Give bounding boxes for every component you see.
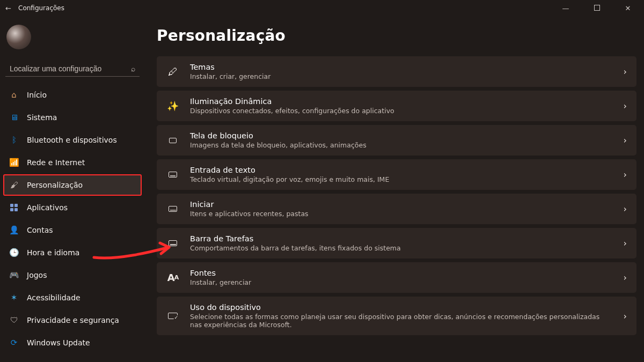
sidebar-item-contas[interactable]: 👤 Contas xyxy=(3,219,142,241)
card-desc: Imagens da tela de bloqueio, aplicativos… xyxy=(190,141,613,149)
search-icon: ⌕ xyxy=(131,64,135,73)
back-button[interactable]: ← xyxy=(5,4,15,12)
update-icon: ⟳ xyxy=(9,337,19,348)
card-iniciar[interactable]: Iniciar Itens e aplicativos recentes, pa… xyxy=(157,194,636,224)
chevron-right-icon: › xyxy=(624,101,627,111)
accessibility-icon: ✶ xyxy=(9,292,19,303)
sidebar-item-personalizacao[interactable]: 🖌 Personalização xyxy=(3,174,142,196)
card-desc: Comportamentos da barra de tarefas, iten… xyxy=(190,244,613,252)
gamepad-icon: 🎮 xyxy=(9,270,19,280)
sidebar-item-acessibilidade[interactable]: ✶ Acessibilidade xyxy=(3,287,142,308)
card-title: Iluminação Dinâmica xyxy=(190,97,613,106)
card-temas[interactable]: 🖊 Temas Instalar, criar, gerenciar › xyxy=(157,56,636,87)
wifi-icon: 📶 xyxy=(9,157,19,168)
main-content: Personalização 🖊 Temas Instalar, criar, … xyxy=(145,16,644,362)
sidebar-item-label: Acessibilidade xyxy=(27,293,80,302)
bluetooth-icon: ᛒ xyxy=(9,135,19,145)
profile-name xyxy=(36,27,138,47)
chevron-right-icon: › xyxy=(624,67,627,77)
keyboard-icon xyxy=(166,168,179,181)
chevron-right-icon: › xyxy=(624,169,627,180)
sidebar-item-label: Hora e idioma xyxy=(27,248,79,257)
chevron-right-icon: › xyxy=(624,135,627,145)
card-title: Tela de bloqueio xyxy=(190,131,613,140)
sidebar-item-rede[interactable]: 📶 Rede e Internet xyxy=(3,152,142,173)
window-title: Configurações xyxy=(18,4,64,12)
close-button[interactable]: ✕ xyxy=(617,4,639,12)
sidebar-item-label: Privacidade e segurança xyxy=(27,316,119,324)
card-desc: Teclado virtual, digitação por voz, emoj… xyxy=(190,175,613,183)
home-icon: ⌂ xyxy=(9,90,19,100)
card-desc: Instalar, criar, gerenciar xyxy=(190,72,613,80)
avatar xyxy=(6,25,31,49)
sidebar-item-sistema[interactable]: 🖥 Sistema xyxy=(3,107,142,128)
sidebar-item-label: Jogos xyxy=(27,271,47,279)
page-title: Personalização xyxy=(157,27,636,45)
card-desc: Selecione todas as formas como planeja u… xyxy=(190,313,613,329)
sidebar-item-jogos[interactable]: 🎮 Jogos xyxy=(3,264,142,286)
sidebar-item-privacidade[interactable]: 🛡 Privacidade e segurança xyxy=(3,309,142,331)
card-desc: Instalar, gerenciar xyxy=(190,278,613,286)
sidebar-item-label: Bluetooth e dispositivos xyxy=(27,136,117,144)
sidebar-nav: ⌂ Início 🖥 Sistema ᛒ Bluetooth e disposi… xyxy=(3,84,142,353)
chevron-right-icon: › xyxy=(624,272,627,283)
fonts-icon: AA xyxy=(166,271,179,284)
sidebar-item-hora[interactable]: 🕒 Hora e idioma xyxy=(3,242,142,263)
apps-icon xyxy=(9,202,19,213)
paintbrush-icon: 🖌 xyxy=(9,180,19,190)
lockscreen-icon xyxy=(166,134,179,147)
card-desc: Dispositivos conectados, efeitos, config… xyxy=(190,107,613,115)
chevron-right-icon: › xyxy=(624,238,627,248)
card-tela-bloqueio[interactable]: Tela de bloqueio Imagens da tela de bloq… xyxy=(157,125,636,156)
card-iluminacao[interactable]: ✨ Iluminação Dinâmica Dispositivos conec… xyxy=(157,91,636,121)
sidebar-item-inicio[interactable]: ⌂ Início xyxy=(3,84,142,106)
card-title: Barra de Tarefas xyxy=(190,234,613,243)
search-input-wrap[interactable]: ⌕ xyxy=(5,61,140,77)
sidebar: ⌕ ⌂ Início 🖥 Sistema ᛒ Bluetooth e dispo… xyxy=(0,16,145,362)
card-uso-dispositivo[interactable]: Uso do dispositivo Selecione todas as fo… xyxy=(157,297,636,335)
start-icon xyxy=(166,203,179,216)
sidebar-item-bluetooth[interactable]: ᛒ Bluetooth e dispositivos xyxy=(3,129,142,151)
sidebar-item-label: Personalização xyxy=(27,181,83,189)
card-entrada-texto[interactable]: Entrada de texto Teclado virtual, digita… xyxy=(157,159,636,190)
sidebar-item-aplicativos[interactable]: Aplicativos xyxy=(3,197,142,218)
sidebar-item-label: Sistema xyxy=(27,113,57,122)
profile-block[interactable] xyxy=(3,20,142,59)
card-fontes[interactable]: AA Fontes Instalar, gerenciar › xyxy=(157,262,636,293)
sparkle-icon: ✨ xyxy=(166,100,179,113)
card-title: Entrada de texto xyxy=(190,166,613,174)
sidebar-item-label: Contas xyxy=(27,226,53,234)
sidebar-item-label: Aplicativos xyxy=(27,203,68,212)
window-controls: — ✕ xyxy=(555,4,639,12)
titlebar: ← Configurações — ✕ xyxy=(0,0,644,16)
chevron-right-icon: › xyxy=(624,311,627,321)
shield-icon: 🛡 xyxy=(9,315,19,326)
system-icon: 🖥 xyxy=(9,112,19,123)
card-title: Fontes xyxy=(190,269,613,277)
user-icon: 👤 xyxy=(9,225,19,235)
card-barra-tarefas[interactable]: Barra de Tarefas Comportamentos da barra… xyxy=(157,228,636,258)
card-title: Uso do dispositivo xyxy=(190,303,613,312)
sidebar-item-update[interactable]: ⟳ Windows Update xyxy=(3,332,142,353)
minimize-button[interactable]: — xyxy=(555,4,576,12)
clock-icon: 🕒 xyxy=(9,247,19,258)
card-title: Iniciar xyxy=(190,200,613,209)
device-usage-icon xyxy=(166,309,179,322)
pen-icon: 🖊 xyxy=(166,65,179,78)
maximize-button[interactable] xyxy=(586,4,608,12)
search-input[interactable] xyxy=(10,64,127,73)
sidebar-item-label: Rede e Internet xyxy=(27,158,85,167)
settings-list: 🖊 Temas Instalar, criar, gerenciar › ✨ I… xyxy=(157,56,636,335)
sidebar-item-label: Windows Update xyxy=(27,338,90,347)
card-desc: Itens e aplicativos recentes, pastas xyxy=(190,210,613,218)
card-title: Temas xyxy=(190,63,613,71)
chevron-right-icon: › xyxy=(624,204,627,214)
sidebar-item-label: Início xyxy=(27,91,47,99)
taskbar-icon xyxy=(166,237,179,250)
